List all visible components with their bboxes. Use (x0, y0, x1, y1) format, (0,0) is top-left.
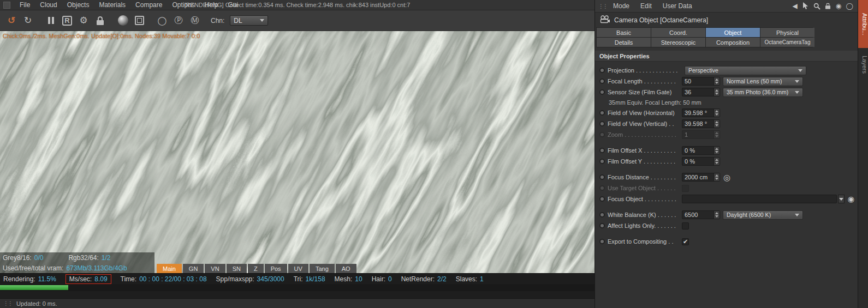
spinner-down-icon[interactable] (715, 82, 718, 84)
spinner-down-icon[interactable] (715, 215, 718, 218)
tab-attributes-vertical[interactable]: Attribu... (858, 0, 868, 48)
animation-dot-icon[interactable] (599, 159, 605, 164)
animation-dot-icon[interactable] (599, 223, 605, 228)
region-render-icon[interactable]: R (60, 14, 74, 28)
new-panel-icon[interactable]: ◯ (845, 1, 854, 11)
object-picker-icon[interactable]: ◉ (848, 195, 854, 203)
render-viewport[interactable]: Chick:0ms./2ms. MeshGen:0ms. Update[O]:0… (0, 31, 594, 273)
spinner-down-icon[interactable] (715, 151, 718, 153)
stepper[interactable] (714, 158, 720, 165)
fov-vertical-input[interactable]: 39.598 ° (682, 119, 720, 128)
tab-sn[interactable]: SN (227, 264, 247, 273)
render-settings-gear-icon[interactable]: ⚙ (76, 14, 91, 28)
menu-cloud[interactable]: Cloud (35, 1, 62, 9)
pin-mode-icon[interactable]: ◉ (834, 1, 843, 11)
menu-mode[interactable]: Mode (608, 2, 634, 10)
spinner-up-icon[interactable] (715, 89, 718, 92)
tab-tang[interactable]: Tang (310, 264, 335, 273)
stepper[interactable] (714, 211, 720, 219)
spinner-down-icon[interactable] (715, 162, 718, 164)
menu-file[interactable]: File (15, 1, 35, 9)
spinner-down-icon[interactable] (715, 124, 718, 126)
stepper[interactable] (714, 173, 720, 181)
export-to-compositing-checkbox[interactable]: ✔ (682, 238, 689, 245)
menu-gui[interactable]: Gui (223, 1, 243, 9)
tab-ao[interactable]: AO (336, 264, 356, 273)
focus-object-menu-button[interactable] (838, 195, 845, 203)
spinner-up-icon[interactable] (715, 159, 718, 161)
film-offset-y-input[interactable]: 0 % (682, 157, 720, 166)
film-gate-preset-dropdown[interactable]: 35 mm Photo (36.0 mm) (723, 88, 803, 97)
menu-options[interactable]: Options (167, 1, 199, 9)
tab-uv[interactable]: UV (288, 264, 308, 273)
film-offset-x-input[interactable]: 0 % (682, 146, 720, 155)
animation-dot-icon[interactable] (599, 196, 605, 202)
tab-layers-vertical[interactable]: Layers (858, 48, 868, 82)
animation-dot-icon[interactable] (599, 110, 605, 116)
tab-vn[interactable]: VN (205, 264, 225, 273)
animation-dot-icon[interactable] (599, 121, 605, 126)
lens-preset-dropdown[interactable]: Normal Lens (50 mm) (723, 77, 803, 86)
menu-user-data[interactable]: User Data (658, 2, 697, 10)
menu-objects[interactable]: Objects (62, 1, 94, 9)
focal-length-input[interactable]: 50 (682, 77, 720, 86)
film-region-icon[interactable] (132, 14, 146, 28)
stepper[interactable] (714, 120, 720, 128)
animation-dot-icon[interactable] (599, 239, 605, 244)
tab-z[interactable]: Z (248, 264, 264, 273)
cursor-arrow-icon[interactable] (801, 1, 811, 11)
stepper[interactable] (714, 88, 720, 96)
white-balance-input[interactable]: 6500 (682, 210, 720, 219)
spinner-up-icon[interactable] (715, 174, 718, 177)
lock-icon[interactable] (823, 1, 833, 11)
tab-gn[interactable]: GN (183, 264, 204, 273)
stepper[interactable] (714, 109, 720, 117)
tab-object[interactable]: Object (706, 28, 760, 37)
tab-main[interactable]: Main (157, 264, 182, 273)
animation-dot-icon[interactable] (599, 174, 605, 180)
search-icon[interactable] (812, 1, 822, 11)
pick-object-icon[interactable]: Ⓟ (171, 14, 186, 28)
material-ball-icon[interactable] (116, 14, 130, 28)
pick-focus-icon[interactable]: ◯ (155, 14, 169, 28)
spinner-down-icon[interactable] (715, 113, 718, 116)
animation-dot-icon[interactable] (599, 68, 605, 73)
tab-pos[interactable]: Pos (265, 264, 287, 273)
tab-physical[interactable]: Physical (760, 28, 815, 37)
history-back-icon[interactable]: ◀ (790, 1, 800, 11)
stepper[interactable] (714, 77, 720, 85)
spinner-up-icon[interactable] (715, 78, 718, 81)
focus-picker-target-icon[interactable]: ◎ (723, 173, 730, 182)
menu-help[interactable]: Help (200, 1, 223, 9)
channel-dropdown[interactable]: DL (230, 15, 268, 26)
tab-stereoscopic[interactable]: Stereoscopic (651, 38, 705, 47)
tab-details[interactable]: Details (597, 38, 651, 47)
spinner-up-icon[interactable] (715, 212, 718, 214)
refresh-icon[interactable]: ↻ (21, 14, 35, 28)
tab-octanecameratag[interactable]: OctaneCameraTag (760, 38, 815, 47)
tab-basic[interactable]: Basic (597, 28, 651, 37)
menu-edit[interactable]: Edit (635, 2, 657, 10)
spinner-up-icon[interactable] (715, 110, 718, 112)
animation-dot-icon[interactable] (599, 78, 605, 84)
stepper[interactable] (714, 147, 720, 154)
lock-resolution-icon[interactable] (93, 14, 107, 28)
animation-dot-icon[interactable] (599, 212, 605, 218)
affect-lights-only-checkbox[interactable] (682, 222, 689, 230)
animation-dot-icon[interactable] (599, 89, 605, 95)
pause-render-icon[interactable] (44, 14, 58, 28)
focus-distance-input[interactable]: 2000 cm (682, 173, 720, 182)
projection-dropdown[interactable]: Perspective (685, 66, 806, 75)
pick-material-icon[interactable]: Ⓜ (188, 14, 202, 28)
restart-render-icon[interactable]: ↺ (4, 14, 19, 28)
spinner-down-icon[interactable] (715, 93, 718, 95)
menu-compare[interactable]: Compare (130, 1, 167, 9)
animation-dot-icon[interactable] (599, 148, 605, 153)
spinner-down-icon[interactable] (715, 178, 718, 180)
white-balance-preset-dropdown[interactable]: Daylight (6500 K) (723, 210, 803, 220)
tab-composition[interactable]: Composition (706, 38, 760, 47)
fov-horizontal-input[interactable]: 39.598 ° (682, 108, 720, 117)
tab-coord[interactable]: Coord. (651, 28, 705, 37)
section-object-properties[interactable]: Object Properties (595, 51, 858, 62)
focus-object-field[interactable] (682, 195, 837, 203)
